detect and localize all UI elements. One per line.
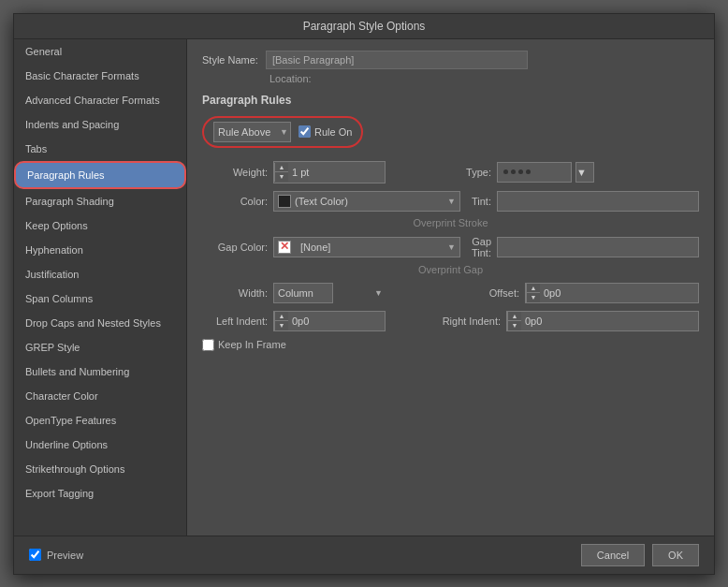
footer-buttons: Cancel OK xyxy=(581,544,699,566)
dot3 xyxy=(518,169,523,174)
rule-on-text: Rule On xyxy=(314,126,352,138)
sidebar-item-drop-caps[interactable]: Drop Caps and Nested Styles xyxy=(14,311,186,335)
gap-color-value-text: [None] xyxy=(300,242,444,253)
cancel-button[interactable]: Cancel xyxy=(581,544,645,566)
sidebar-item-strikethrough[interactable]: Strikethrough Options xyxy=(14,457,186,481)
tint-display[interactable] xyxy=(497,191,699,212)
sidebar-item-opentype[interactable]: OpenType Features xyxy=(14,408,186,433)
style-name-label: Style Name: xyxy=(202,54,258,66)
offset-up-arrow[interactable]: ▲ xyxy=(527,284,540,293)
none-swatch xyxy=(278,241,291,254)
dialog-body: General Basic Character Formats Advanced… xyxy=(14,39,714,536)
gap-color-select-box[interactable]: [None] ▼ xyxy=(273,237,460,257)
preview-check[interactable]: Preview xyxy=(29,549,83,561)
dialog-title: Paragraph Style Options xyxy=(14,14,714,39)
weight-unit-wrapper[interactable]: ▼ xyxy=(340,162,362,183)
left-indent-up[interactable]: ▲ xyxy=(275,312,288,321)
section-title: Paragraph Rules xyxy=(202,94,699,107)
rule-on-label[interactable]: Rule On xyxy=(298,125,352,138)
width-arrow-icon: ▼ xyxy=(374,288,383,298)
gap-color-label: Gap Color: xyxy=(202,242,268,253)
gap-tint-display[interactable] xyxy=(497,237,699,257)
left-indent-arrows[interactable]: ▲ ▼ xyxy=(274,312,288,330)
left-indent-spinner[interactable]: ▲ ▼ xyxy=(273,311,386,331)
weight-down-arrow[interactable]: ▼ xyxy=(275,172,288,182)
color-dropdown-arrow[interactable]: ▼ xyxy=(447,197,456,206)
sidebar-item-indents[interactable]: Indents and Spacing xyxy=(14,112,186,137)
left-indent-input[interactable] xyxy=(288,314,344,329)
gap-color-dropdown-arrow[interactable]: ▼ xyxy=(447,242,456,252)
sidebar-item-basic-char[interactable]: Basic Character Formats xyxy=(14,64,186,88)
tint-label: Tint: xyxy=(466,196,491,207)
overprint-stroke-label: Overprint Stroke xyxy=(202,217,699,228)
offset-input[interactable] xyxy=(540,286,596,301)
sidebar-item-tabs[interactable]: Tabs xyxy=(14,137,186,161)
weight-spinner[interactable]: ▲ ▼ ▼ xyxy=(273,161,386,183)
sidebar-item-grep[interactable]: GREP Style xyxy=(14,335,186,360)
sidebar-item-paragraph-rules[interactable]: Paragraph Rules xyxy=(14,161,186,189)
sidebar-item-underline[interactable]: Underline Options xyxy=(14,433,186,457)
rule-above-select[interactable]: Rule Above Rule Below xyxy=(213,122,291,142)
weight-spinner-arrows[interactable]: ▲ ▼ xyxy=(274,163,288,182)
right-indent-label: Right Indent: xyxy=(391,316,501,327)
type-select[interactable]: ▼ xyxy=(575,162,594,183)
sidebar-item-keep-options[interactable]: Keep Options xyxy=(14,213,186,238)
rule-controls: Rule Above Rule Below ▼ Rule On xyxy=(202,116,699,148)
offset-label: Offset: xyxy=(391,287,519,299)
offset-spinner[interactable]: ▲ ▼ xyxy=(525,283,699,303)
type-label: Type: xyxy=(391,167,491,178)
right-indent-spinner[interactable]: ▲ ▼ xyxy=(506,311,699,331)
weight-unit-select[interactable]: ▼ xyxy=(340,162,362,183)
dot1 xyxy=(503,169,508,174)
keep-in-frame-label: Keep In Frame xyxy=(218,339,286,350)
weight-input[interactable] xyxy=(288,165,340,180)
sidebar-item-bullets[interactable]: Bullets and Numbering xyxy=(14,360,186,384)
color-label: Color: xyxy=(202,196,268,207)
type-dots-wrapper: ▼ xyxy=(497,162,572,183)
sidebar-item-char-color[interactable]: Character Color xyxy=(14,384,186,408)
weight-up-arrow[interactable]: ▲ xyxy=(275,163,288,172)
right-indent-arrows[interactable]: ▲ ▼ xyxy=(507,312,521,330)
sidebar-item-hyphenation[interactable]: Hyphenation xyxy=(14,238,186,262)
sidebar: General Basic Character Formats Advanced… xyxy=(14,39,187,536)
dialog-footer: Preview Cancel OK xyxy=(14,536,714,574)
location-label: Location: xyxy=(269,73,312,84)
sidebar-item-advanced-char[interactable]: Advanced Character Formats xyxy=(14,88,186,112)
ok-button[interactable]: OK xyxy=(652,544,699,566)
rule-on-checkbox[interactable] xyxy=(298,125,311,138)
preview-label: Preview xyxy=(47,550,83,561)
color-value-text: (Text Color) xyxy=(295,196,444,207)
location-row: Location: xyxy=(202,73,699,84)
color-swatch xyxy=(278,195,291,208)
keep-in-frame-row[interactable]: Keep In Frame xyxy=(202,339,699,351)
rule-oval: Rule Above Rule Below ▼ Rule On xyxy=(202,116,363,148)
gap-tint-label: Gap Tint: xyxy=(466,236,491,258)
style-name-row: Style Name: xyxy=(202,51,699,69)
rule-above-wrapper[interactable]: Rule Above Rule Below ▼ xyxy=(213,122,291,142)
dot2 xyxy=(511,169,516,174)
style-name-input[interactable] xyxy=(266,51,528,69)
offset-down-arrow[interactable]: ▼ xyxy=(527,293,540,302)
sidebar-item-justification[interactable]: Justification xyxy=(14,262,186,286)
color-select-box[interactable]: (Text Color) ▼ xyxy=(273,191,460,212)
keep-in-frame-checkbox[interactable] xyxy=(202,339,214,351)
left-indent-down[interactable]: ▼ xyxy=(275,321,288,330)
right-indent-up[interactable]: ▲ xyxy=(508,312,521,321)
sidebar-item-paragraph-shading[interactable]: Paragraph Shading xyxy=(14,189,186,213)
right-indent-down[interactable]: ▼ xyxy=(508,321,521,330)
sidebar-item-span-columns[interactable]: Span Columns xyxy=(14,286,186,311)
right-indent-input[interactable] xyxy=(521,314,577,329)
preview-checkbox[interactable] xyxy=(29,549,41,561)
overprint-gap-label: Overprint Gap xyxy=(202,264,699,275)
left-indent-label: Left Indent: xyxy=(202,316,268,327)
dot4 xyxy=(526,169,531,174)
type-select-wrapper[interactable]: ▼ xyxy=(575,162,594,183)
main-content: Style Name: Location: Paragraph Rules Ru… xyxy=(187,39,714,536)
width-select-wrapper[interactable]: Column Text ▼ xyxy=(273,283,386,303)
width-label: Width: xyxy=(202,287,268,299)
type-dots-display[interactable] xyxy=(497,162,572,183)
width-select[interactable]: Column Text xyxy=(273,283,333,303)
sidebar-item-general[interactable]: General xyxy=(14,39,186,64)
sidebar-item-export-tagging[interactable]: Export Tagging xyxy=(14,481,186,506)
offset-spinner-arrows[interactable]: ▲ ▼ xyxy=(526,284,540,302)
